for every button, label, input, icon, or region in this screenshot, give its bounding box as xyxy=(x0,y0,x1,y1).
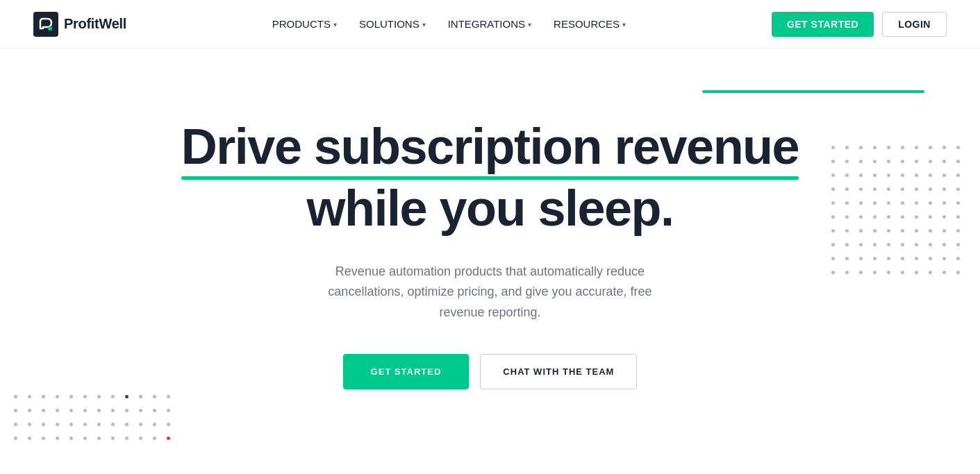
decorative-dot xyxy=(167,437,170,440)
decorative-dot xyxy=(942,257,946,260)
decorative-dot xyxy=(942,160,946,163)
decorative-dot xyxy=(153,423,156,426)
decorative-dot xyxy=(831,187,835,191)
decorative-dot xyxy=(887,271,890,274)
decorative-dot xyxy=(915,215,918,219)
decorative-dot xyxy=(901,243,904,246)
decorative-dot xyxy=(873,160,877,163)
decorative-dot xyxy=(929,201,932,205)
chevron-down-icon: ▾ xyxy=(528,21,531,28)
decorative-dot xyxy=(14,437,17,440)
decorative-dot xyxy=(956,271,960,274)
decorative-dot xyxy=(873,229,877,232)
hero-title: Drive subscription revenue while you sle… xyxy=(181,119,799,236)
decorative-dot xyxy=(901,160,904,163)
decorative-dot xyxy=(956,160,960,163)
nav-resources[interactable]: RESOURCES ▾ xyxy=(544,12,636,35)
decorative-dot xyxy=(929,257,932,260)
decorative-dot xyxy=(56,395,59,398)
logo-text: ProfitWell xyxy=(64,16,126,32)
decorative-dot xyxy=(859,243,863,246)
decorative-dot xyxy=(845,187,849,191)
decorative-dot xyxy=(887,229,890,232)
decorative-dot xyxy=(845,243,849,246)
decorative-dot xyxy=(942,229,946,232)
decorative-dot xyxy=(915,229,918,232)
decorative-dot xyxy=(831,271,835,274)
decorative-dot xyxy=(859,187,863,191)
decorative-dot xyxy=(14,423,17,426)
decorative-dot xyxy=(901,271,904,274)
decorative-dot xyxy=(125,423,128,426)
decorative-dot xyxy=(901,187,904,191)
decorative-dot xyxy=(845,229,849,232)
decorative-dot xyxy=(97,409,101,412)
nav-integrations[interactable]: INTEGRATIONS ▾ xyxy=(438,12,541,35)
decorative-dot xyxy=(28,423,31,426)
decorative-dot xyxy=(845,160,849,163)
decorative-dot xyxy=(83,423,87,426)
decorative-dot xyxy=(42,395,45,398)
decorative-dot xyxy=(111,395,115,398)
decorative-dot xyxy=(28,395,31,398)
decorative-dot xyxy=(845,201,849,205)
decorative-dot xyxy=(942,201,946,205)
decorative-dot xyxy=(859,271,863,274)
decorative-dot xyxy=(929,160,932,163)
decorative-dot xyxy=(42,437,45,440)
decorative-dot xyxy=(56,409,59,412)
decorative-dot xyxy=(153,409,156,412)
decorative-dot xyxy=(859,173,863,177)
decorative-dot xyxy=(139,437,142,440)
decorative-dot xyxy=(69,437,73,440)
decorative-dot xyxy=(831,146,835,149)
decorative-dot xyxy=(873,201,877,205)
decorative-dot xyxy=(901,257,904,260)
decorative-dot xyxy=(901,215,904,219)
decorative-dot xyxy=(83,409,87,412)
logo-icon xyxy=(33,12,58,37)
decorative-dot xyxy=(887,173,890,177)
decorative-dot xyxy=(915,173,918,177)
decorative-dot xyxy=(845,146,849,149)
teal-accent-line xyxy=(702,90,924,93)
hero-subtitle: Revenue automation products that automat… xyxy=(310,262,671,323)
decorative-dot xyxy=(69,395,73,398)
decorative-dot xyxy=(873,146,877,149)
hero-title-line1: Drive subscription revenue xyxy=(181,119,799,174)
svg-point-1 xyxy=(48,26,52,31)
decorative-dot xyxy=(111,423,115,426)
hero-title-line2: while you sleep. xyxy=(181,181,799,236)
nav-actions: GET STARTED LOGIN xyxy=(772,12,947,37)
decorative-dot xyxy=(956,215,960,219)
decorative-dot xyxy=(83,437,87,440)
decorative-dot xyxy=(942,173,946,177)
decorative-dot xyxy=(14,409,17,412)
decorative-dot xyxy=(859,257,863,260)
decorative-dot xyxy=(956,173,960,177)
nav-get-started-button[interactable]: GET STARTED xyxy=(772,12,874,37)
decorative-dot xyxy=(915,146,918,149)
nav-products[interactable]: PRODUCTS ▾ xyxy=(263,12,347,35)
nav-solutions[interactable]: SOLUTIONS ▾ xyxy=(349,12,435,35)
decorative-dot xyxy=(139,395,142,398)
decorative-dot xyxy=(956,146,960,149)
decorative-dot xyxy=(111,437,115,440)
decorative-dot xyxy=(859,229,863,232)
decorative-dot xyxy=(915,243,918,246)
logo-link[interactable]: ProfitWell xyxy=(33,12,126,37)
hero-chat-team-button[interactable]: CHAT WITH THE TEAM xyxy=(480,354,637,389)
decorative-dot xyxy=(831,201,835,205)
decorative-dot xyxy=(873,215,877,219)
decorative-dot xyxy=(845,215,849,219)
decorative-dot xyxy=(887,146,890,149)
decorative-dot xyxy=(28,409,31,412)
hero-get-started-button[interactable]: GET STARTED xyxy=(343,354,470,389)
decorative-dot xyxy=(915,187,918,191)
nav-login-button[interactable]: LOGIN xyxy=(882,12,947,37)
decorative-dot xyxy=(873,187,877,191)
decorative-dot xyxy=(167,395,170,398)
decorative-dot xyxy=(942,271,946,274)
nav-links: PRODUCTS ▾ SOLUTIONS ▾ INTEGRATIONS ▾ RE… xyxy=(263,12,636,35)
navbar: ProfitWell PRODUCTS ▾ SOLUTIONS ▾ INTEGR… xyxy=(0,0,980,49)
